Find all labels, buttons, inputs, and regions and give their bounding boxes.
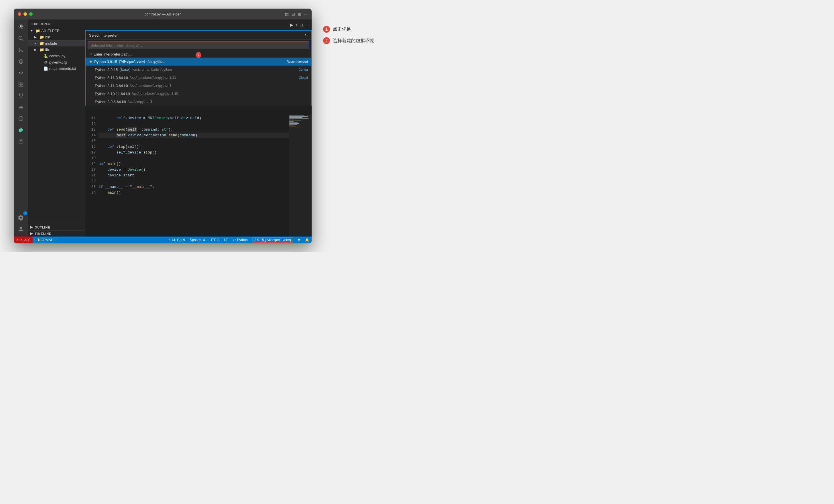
code-line-17: self.device.stop() (98, 150, 289, 155)
folder-icon: 📁 (40, 35, 44, 39)
outline-header[interactable]: ▶ OUTLINE (28, 224, 85, 230)
activity-explorer[interactable] (16, 22, 26, 32)
customize-layout-icon[interactable]: ⊞ (298, 12, 301, 16)
status-encoding[interactable]: UTF-8 (207, 237, 222, 243)
code-line-23: if __name__ = "__main__": (98, 184, 289, 190)
tree-item-label: requirements.txt (49, 66, 85, 71)
svg-line-4 (22, 39, 23, 41)
minimap (289, 115, 312, 237)
titlebar-actions: ▤ ⊟ ⊞ ··· (285, 12, 308, 16)
svg-rect-10 (20, 107, 21, 107)
interpreter-option-0[interactable]: ★ Python 3.9.15 ('AIHelper': venv) ./bin… (86, 58, 311, 66)
annotation-text-2: 选择新建的虚拟环境 (333, 37, 374, 44)
activity-source-control[interactable] (16, 45, 26, 55)
interpreter-option-5[interactable]: Python 3.9.6 64-bit /usr/bin/python3 (86, 97, 311, 106)
activity-debug[interactable] (16, 56, 26, 66)
option-path: /opt/homebrew/bin/python3.10 (132, 92, 178, 96)
status-remote[interactable]: ⇄ (295, 237, 303, 243)
vscode-window: control.py — AIHelper ▤ ⊟ ⊞ ··· (14, 8, 312, 243)
option-left: ★ Python 3.9.15 ('AIHelper': venv) ./bin… (89, 60, 165, 64)
code-line-19: def main(): (98, 161, 289, 167)
svg-rect-13 (20, 106, 21, 107)
status-python-version[interactable]: 3.9.15 ('AIHelper': venv) (250, 237, 295, 243)
settings-icon[interactable]: 1 (16, 213, 26, 223)
minimize-button[interactable] (23, 12, 27, 16)
maximize-button[interactable] (29, 12, 32, 16)
spaces-text: Spaces: 4 (190, 238, 205, 242)
svg-rect-6 (21, 82, 23, 84)
annotation-panel: 1 点击切换 2 选择新建的虚拟环境 (323, 26, 403, 49)
interpreter-search-input[interactable] (90, 43, 306, 47)
activity-extensions[interactable] (16, 68, 26, 78)
python-version-text: 3.9.15 ('AIHelper': venv) (254, 238, 291, 242)
activity-python[interactable] (16, 125, 26, 135)
status-line-ending[interactable]: LF (222, 237, 230, 243)
code-line-13: def send(self, command: str): (98, 127, 289, 133)
editor-layout-icon[interactable]: ⊟ (291, 12, 295, 16)
timeline-section: ▶ TIMELINE (28, 230, 85, 237)
split-editor-icon[interactable]: ▤ (285, 12, 289, 16)
tree-root-aihelper[interactable]: ▼ 📁 AIHELPER (28, 27, 85, 34)
svg-rect-2 (21, 27, 23, 28)
option-left: Python 3.11.3 64-bit /opt/homebrew/bin/p… (89, 84, 171, 88)
option-left: Python 3.9.15 ('base') ~/micromamba/bin/… (89, 68, 172, 72)
status-right: Ln 14, Col 9 Spaces: 4 UTF-8 LF ↓↑ Pytho… (164, 237, 312, 243)
run-dropdown[interactable]: ▾ (295, 23, 297, 27)
error-icon: ✕ (16, 238, 19, 242)
interpreter-header: Select Interpreter ↻ (86, 31, 311, 40)
status-notification[interactable]: 🔔 (303, 237, 312, 243)
chevron-down-icon: ▼ (30, 29, 35, 32)
status-spaces[interactable]: Spaces: 4 (187, 237, 207, 243)
svg-rect-7 (19, 85, 21, 86)
more-editor-actions-icon[interactable]: ··· (305, 23, 309, 27)
interpreter-option-3[interactable]: Python 3.11.3 64-bit /opt/homebrew/bin/p… (86, 82, 311, 90)
tree-item-requirements[interactable]: 📄 requirements.txt (28, 65, 85, 72)
gear-file-icon: ⚙ (44, 60, 48, 64)
error-count: ✕ (20, 238, 23, 242)
tree-item-control-py[interactable]: 🐍 control.py (28, 53, 85, 59)
activity-search[interactable] (16, 33, 26, 44)
activity-test[interactable] (16, 90, 26, 101)
interpreter-option-1[interactable]: Python 3.9.15 ('base') ~/micromamba/bin/… (86, 66, 311, 73)
conda-badge: Conda (299, 68, 308, 71)
option-path: /usr/bin/python3 (128, 100, 152, 104)
interpreter-search-box[interactable] (88, 41, 309, 49)
svg-rect-8 (21, 85, 23, 86)
line-ending-text: LF (224, 238, 228, 242)
python-version-badge[interactable]: 3.9.15 ('AIHelper': venv) (252, 237, 293, 243)
more-actions-icon[interactable]: ··· (304, 12, 308, 16)
tree-item-include[interactable]: ▼ 📁 include (28, 40, 85, 46)
folder-icon: 📁 (40, 47, 44, 52)
tree-item-lib[interactable]: ▶ 📁 lib (28, 46, 85, 53)
tree-item-bin[interactable]: ▶ 📁 bin (28, 34, 85, 40)
notification-bell-icon: 🔔 (305, 238, 309, 242)
status-position[interactable]: Ln 14, Col 9 (164, 237, 188, 243)
timeline-header[interactable]: ▶ TIMELINE (28, 231, 85, 237)
activity-docker[interactable] (16, 102, 26, 112)
interpreter-option-2[interactable]: Python 3.11.3 64-bit /opt/homebrew/bin/p… (86, 73, 311, 82)
option-path: /opt/homebrew/bin/python3.11 (130, 75, 176, 80)
option-tag: ('AIHelper': venv) (119, 60, 145, 64)
minimap-content (289, 115, 312, 128)
interpreter-option-4[interactable]: Python 3.10.11 64-bit /opt/homebrew/bin/… (86, 90, 311, 97)
vim-mode: -- NORMAL -- (35, 238, 56, 242)
tree-item-pyvenv[interactable]: ⚙ pyvenv.cfg (28, 59, 85, 65)
split-editor-icon[interactable]: ⊟ (300, 23, 303, 27)
activity-remote[interactable] (16, 79, 26, 89)
activity-copilot[interactable] (16, 136, 26, 147)
status-error-item[interactable]: ✕ ✕ ⚠ 0 (14, 237, 32, 243)
code-line-18 (98, 155, 289, 161)
status-language[interactable]: ↓↑ Python (230, 237, 250, 243)
account-icon[interactable] (16, 224, 26, 234)
line-numbers: 11 12 13 14 15 16 17 18 19 20 21 22 (85, 115, 98, 237)
remote-explore-icon: ⇄ (298, 238, 301, 242)
refresh-icon[interactable]: ↻ (304, 33, 308, 38)
close-button[interactable] (18, 12, 21, 16)
tree-item-label: lib (45, 47, 85, 52)
interpreter-dropdown: Select Interpreter ↻ 2 (85, 30, 312, 106)
svg-rect-12 (21, 106, 22, 107)
activity-timeline[interactable] (16, 113, 26, 124)
run-icon[interactable]: ▶ (290, 23, 293, 27)
svg-rect-0 (19, 25, 21, 27)
code-line-15 (98, 138, 289, 144)
